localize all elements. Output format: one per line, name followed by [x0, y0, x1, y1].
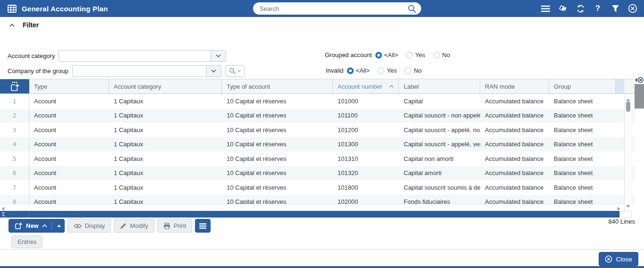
table-row[interactable]: 6 Account 1 Capitaux 10 Capital et réser… [0, 166, 644, 181]
cell-group: Balance sheet [549, 109, 616, 123]
invalid-option-yes[interactable]: Yes [378, 67, 397, 74]
close-icon[interactable] [628, 4, 637, 13]
company-of-group-dropdown-icon[interactable] [206, 65, 221, 77]
company-of-group-input[interactable] [72, 65, 206, 77]
collapse-filter-icon[interactable] [9, 24, 15, 27]
invalid-option-no[interactable]: No [405, 67, 422, 74]
print-button[interactable]: Print [157, 219, 193, 233]
radio-icon[interactable] [405, 67, 411, 74]
cell-ran-mode: Accumulated balance [480, 109, 549, 123]
table-row[interactable]: 1 Account 1 Capitaux 10 Capital et réser… [0, 94, 644, 109]
row-number[interactable]: 2 [0, 109, 29, 123]
vertical-scrollbar[interactable] [624, 94, 632, 211]
printer-icon [163, 223, 170, 229]
filter-title: Filter [23, 21, 39, 29]
radio-icon[interactable] [378, 67, 384, 74]
cell-account-category: 1 Capitaux [109, 151, 222, 166]
company-lookup-button[interactable] [226, 65, 245, 77]
search-icon[interactable] [407, 4, 416, 13]
collapse-panel-icon[interactable] [635, 76, 644, 84]
cell-group: Balance sheet [549, 151, 616, 166]
col-header-ran-mode[interactable]: RAN mode [480, 79, 549, 93]
help-icon[interactable]: ? [593, 4, 602, 13]
cell-type: Account [29, 195, 109, 205]
grouped-account-option-no[interactable]: No [433, 51, 450, 59]
close-circle-icon [605, 255, 612, 263]
eye-icon [74, 223, 82, 229]
col-header-type-of-account[interactable]: Type of account [222, 79, 333, 93]
col-header-label[interactable]: Label [399, 79, 480, 93]
panel-scrollbar[interactable] [635, 76, 644, 213]
col-header-account-category[interactable]: Account category [109, 79, 222, 93]
close-button[interactable]: Close [599, 252, 638, 266]
page-title: General Accounting Plan [22, 5, 108, 13]
cell-label: Capital souscrit - appelé, vers [399, 137, 480, 152]
cell-account-number: 102000 [333, 195, 399, 205]
radio-selected-icon[interactable] [347, 67, 354, 74]
add-record-icon [9, 81, 20, 92]
grouped-account-option-yes[interactable]: Yes [406, 51, 425, 59]
radio-selected-icon[interactable] [375, 52, 382, 59]
table-row[interactable]: 3 Account 1 Capitaux 10 Capital et réser… [0, 123, 644, 137]
app-window: General Accounting Plan ? [0, 0, 644, 268]
row-number[interactable]: 6 [0, 166, 29, 181]
grouped-account-option-all[interactable]: <All> [375, 51, 398, 59]
refresh-icon[interactable] [576, 4, 585, 13]
totals-row: Σ [0, 211, 632, 218]
table-row[interactable]: 8 Account 1 Capitaux 10 Capital et réser… [0, 195, 644, 205]
cell-type-of-account: 10 Capital et réserves [222, 94, 333, 109]
account-category-input[interactable] [59, 50, 211, 62]
radio-icon[interactable] [433, 52, 440, 59]
cell-type-of-account: 10 Capital et réserves [222, 137, 333, 152]
row-number[interactable]: 5 [0, 151, 29, 166]
chevron-up-icon [42, 224, 47, 227]
panel-scroll-thumb[interactable] [635, 84, 644, 109]
new-button[interactable]: New [8, 219, 65, 233]
radio-icon[interactable] [406, 52, 413, 59]
more-actions-button[interactable] [195, 219, 211, 233]
scroll-down-icon[interactable] [626, 202, 630, 209]
tags-icon[interactable] [558, 4, 568, 13]
cell-ran-mode: Accumulated balance [480, 94, 549, 109]
grouped-account-radio-group: Grouped account <All> Yes No [325, 51, 458, 59]
table-row[interactable]: 7 Account 1 Capitaux 10 Capital et réser… [0, 180, 644, 195]
row-number[interactable]: 1 [0, 94, 29, 109]
search-box[interactable] [253, 2, 421, 15]
table-row[interactable]: 4 Account 1 Capitaux 10 Capital et réser… [0, 137, 644, 152]
add-row-header-button[interactable] [0, 79, 29, 93]
cell-spacer [616, 123, 624, 137]
horizontal-scrollbar[interactable] [0, 204, 624, 211]
cell-type-of-account: 10 Capital et réserves [222, 109, 333, 123]
cell-type-of-account: 10 Capital et réserves [222, 180, 333, 195]
table-row[interactable]: 5 Account 1 Capitaux 10 Capital et réser… [0, 151, 644, 166]
row-number[interactable]: 3 [0, 123, 29, 137]
display-button[interactable]: Display [68, 219, 111, 233]
invalid-option-all[interactable]: <All> [347, 67, 370, 74]
cell-account-number: 101300 [333, 137, 399, 152]
modify-button[interactable]: Modify [114, 219, 154, 233]
cell-account-number: 101200 [333, 123, 399, 137]
search-input[interactable] [260, 5, 407, 12]
col-header-type[interactable]: Type [29, 79, 109, 93]
sigma-icon[interactable]: Σ [0, 211, 29, 218]
menu-icon[interactable] [541, 4, 550, 13]
row-number[interactable]: 4 [0, 137, 29, 152]
cell-account-category: 1 Capitaux [109, 195, 222, 205]
entries-button[interactable]: Entries [11, 235, 42, 248]
cell-label: Fonds fiduciaires [399, 195, 480, 205]
filter-icon[interactable] [610, 4, 620, 13]
footer-bar: Close [0, 249, 644, 266]
row-number[interactable]: 8 [0, 195, 29, 205]
row-number[interactable]: 7 [0, 180, 29, 195]
col-header-account-number[interactable]: Account number [333, 79, 399, 93]
cell-label: Capital [399, 94, 480, 109]
cell-spacer [616, 109, 624, 123]
table-body: 1 Account 1 Capitaux 10 Capital et réser… [0, 94, 644, 204]
cell-type: Account [29, 137, 109, 152]
vertical-scroll-thumb[interactable] [626, 101, 630, 112]
cell-spacer [616, 137, 624, 152]
table-row[interactable]: 2 Account 1 Capitaux 10 Capital et réser… [0, 109, 644, 123]
account-category-dropdown-icon[interactable] [211, 50, 226, 62]
col-header-group[interactable]: Group [549, 79, 616, 93]
cell-label: Capital souscrit - appelé, non [399, 123, 480, 137]
